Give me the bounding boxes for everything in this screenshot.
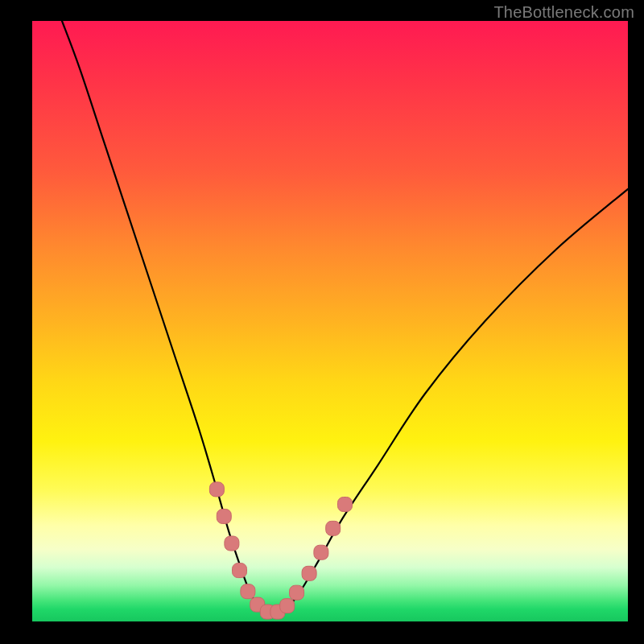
curve-marker xyxy=(241,584,255,599)
watermark-text: TheBottleneck.com xyxy=(493,3,634,22)
curve-marker xyxy=(326,521,341,535)
plot-area xyxy=(32,21,628,621)
chart-frame: TheBottleneck.com xyxy=(0,0,644,644)
curve-marker xyxy=(302,566,316,580)
curve-marker xyxy=(290,585,304,600)
curve-marker xyxy=(217,509,231,523)
curve-marker xyxy=(233,564,247,578)
curve-marker xyxy=(225,536,239,551)
curve-marker xyxy=(209,482,224,497)
curve-layer xyxy=(32,21,628,621)
curve-markers xyxy=(209,482,352,619)
curve-marker xyxy=(280,599,295,613)
curve-marker xyxy=(338,497,353,512)
curve-marker xyxy=(314,545,328,559)
bottleneck-curve xyxy=(62,21,628,613)
